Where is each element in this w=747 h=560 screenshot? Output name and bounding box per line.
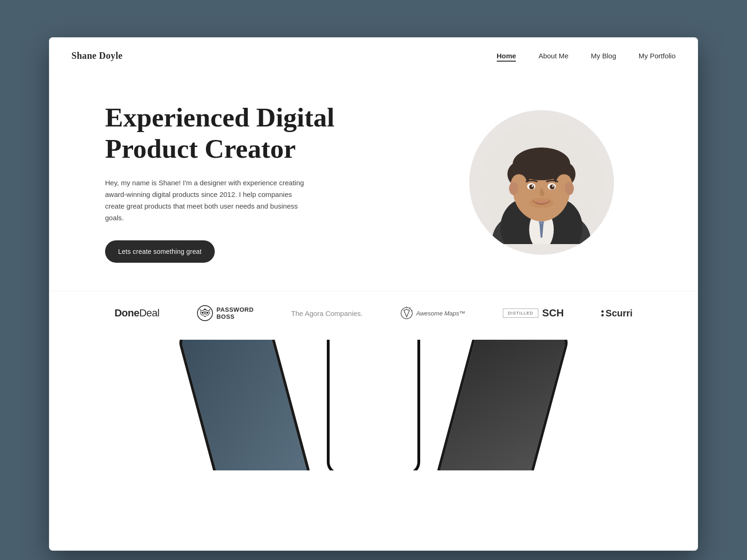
logo-donedeal: DoneDeal	[114, 307, 159, 319]
maps-icon	[400, 307, 413, 320]
logos-section: DoneDeal PASSWORD BOSS The Agora Comp	[49, 291, 698, 335]
nav-item-blog[interactable]: My Blog	[591, 52, 616, 60]
nav-links: Home About Me My Blog My Portfolio	[497, 52, 676, 60]
nav-item-home[interactable]: Home	[497, 52, 516, 60]
svg-point-14	[529, 185, 535, 190]
svg-point-17	[552, 185, 554, 187]
logo-scurri: Scurri	[601, 308, 633, 319]
logo-awesomemaps: Awesome Maps™	[400, 307, 465, 320]
hero-text: Experienced Digital Product Creator Hey,…	[105, 102, 348, 263]
svg-point-23	[197, 306, 212, 321]
svg-line-30	[409, 308, 410, 308]
svg-point-20	[565, 182, 574, 195]
owl-icon	[197, 305, 213, 321]
scurri-dots-icon	[601, 310, 604, 316]
nav-link-home[interactable]: Home	[497, 52, 516, 62]
svg-point-26	[201, 312, 203, 314]
nav-item-portfolio[interactable]: My Portfolio	[639, 52, 676, 60]
phones-section	[49, 340, 698, 470]
logo-agora: The Agora Companies.	[291, 308, 363, 318]
cta-button[interactable]: Lets create something great	[105, 240, 215, 263]
nav-item-about[interactable]: About Me	[538, 52, 568, 60]
avatar-image	[480, 121, 603, 244]
nav-link-portfolio[interactable]: My Portfolio	[639, 52, 676, 60]
hero-avatar-container	[469, 110, 614, 255]
phone-center	[327, 340, 420, 470]
svg-point-16	[532, 185, 534, 187]
navbar: Shane Doyle Home About Me My Blog My Por…	[49, 37, 698, 74]
agora-label: The Agora Companies.	[291, 309, 363, 317]
browser-window: Shane Doyle Home About Me My Blog My Por…	[49, 37, 698, 551]
svg-point-27	[206, 312, 208, 314]
avatar	[469, 110, 614, 255]
phone-right	[434, 340, 571, 470]
nav-link-blog[interactable]: My Blog	[591, 52, 616, 60]
logo-distilled: DISTILLED SCH	[503, 307, 564, 319]
hero-title: Experienced Digital Product Creator	[105, 102, 348, 164]
svg-marker-22	[539, 222, 544, 224]
phone-left	[176, 340, 313, 470]
hero-description: Hey, my name is Shane! I'm a designer wi…	[105, 177, 310, 224]
logo-passwordboss: PASSWORD BOSS	[197, 305, 254, 321]
nav-link-about[interactable]: About Me	[538, 52, 568, 60]
site-logo[interactable]: Shane Doyle	[71, 50, 122, 61]
svg-point-18	[529, 198, 554, 208]
hero-section: Experienced Digital Product Creator Hey,…	[49, 74, 698, 291]
svg-point-15	[550, 185, 555, 190]
svg-point-19	[509, 182, 518, 195]
